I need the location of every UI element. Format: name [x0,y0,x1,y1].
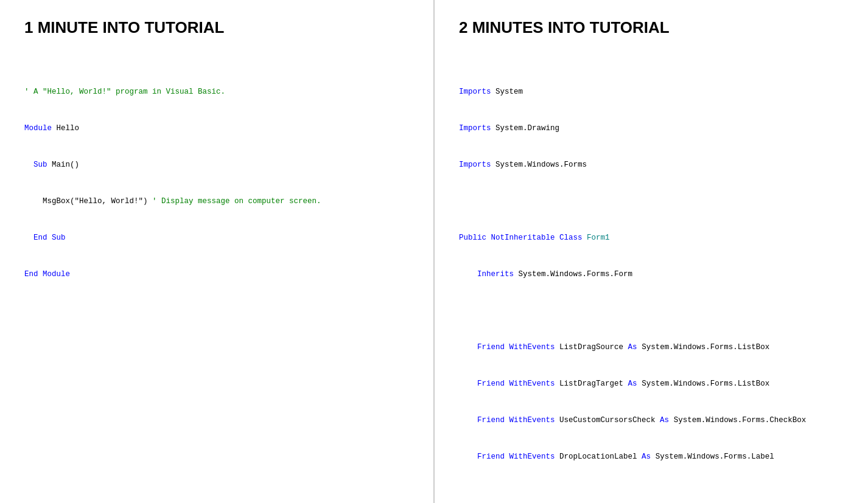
code-line: Sub Main() [24,159,409,171]
right-panel: 2 MINUTES INTO TUTORIAL Imports System I… [435,0,868,503]
code-line: End Module [24,268,409,280]
left-title: 1 MINUTE INTO TUTORIAL [24,18,409,37]
right-code: Imports System Imports System.Drawing Im… [459,61,844,503]
code-line: Module Hello [24,122,409,134]
code-line: Public NotInheritable Class Form1 [459,232,844,244]
code-line [459,487,844,499]
code-line [459,305,844,317]
code-line: Friend WithEvents ListDragTarget As Syst… [459,378,844,390]
code-line: Friend WithEvents ListDragSource As Syst… [459,341,844,353]
code-line: Friend WithEvents DropLocationLabel As S… [459,451,844,463]
right-title: 2 MINUTES INTO TUTORIAL [459,18,844,37]
code-line: MsgBox("Hello, World!") ' Display messag… [24,195,409,207]
code-line: Imports System [459,86,844,98]
left-code: ' A "Hello, World!" program in Visual Ba… [24,61,409,305]
left-panel: 1 MINUTE INTO TUTORIAL ' A "Hello, World… [0,0,435,503]
code-line: Friend WithEvents UseCustomCursorsCheck … [459,414,844,426]
code-line: Inherits System.Windows.Forms.Form [459,268,844,280]
code-line: End Sub [24,232,409,244]
code-line [459,195,844,207]
code-line: ' A "Hello, World!" program in Visual Ba… [24,86,409,98]
code-line: Imports System.Drawing [459,122,844,134]
code-line: Imports System.Windows.Forms [459,159,844,171]
